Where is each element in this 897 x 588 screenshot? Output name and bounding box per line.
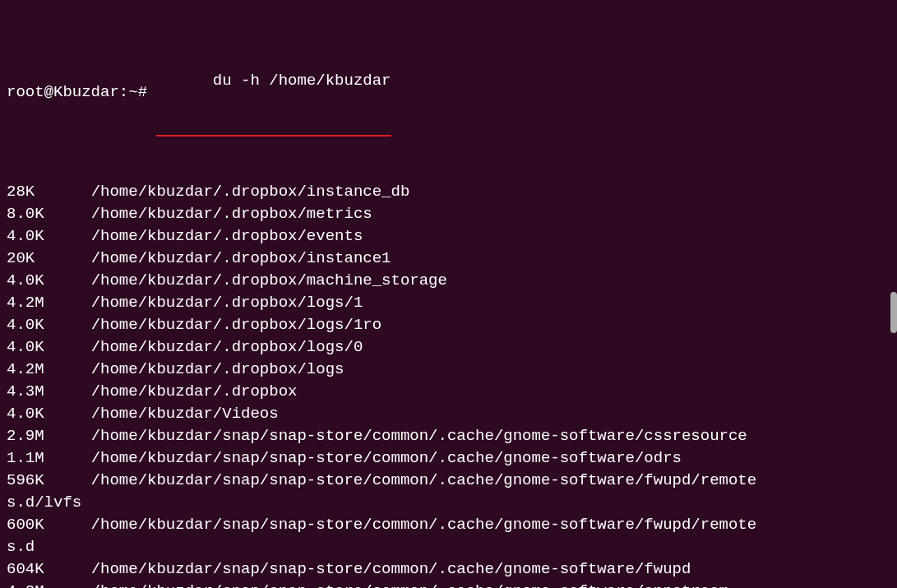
path-value: /home/kbuzdar/.dropbox/machine_storage bbox=[91, 270, 447, 292]
path-value: /home/kbuzdar/.dropbox/instance_db bbox=[91, 181, 410, 203]
output-row: 4.0K /home/kbuzdar/.dropbox/machine_stor… bbox=[7, 270, 890, 292]
scrollbar-thumb[interactable] bbox=[890, 292, 897, 333]
prompt-line: root@Kbuzdar:~# du -h /home/kbuzdar bbox=[7, 48, 890, 137]
output-row: 20K /home/kbuzdar/.dropbox/instance1 bbox=[7, 248, 890, 270]
size-value: 2.9M bbox=[7, 425, 91, 447]
path-value: /home/kbuzdar/snap/snap-store/common/.ca… bbox=[91, 425, 747, 447]
command-wrap: du -h /home/kbuzdar bbox=[156, 48, 391, 137]
output-row: 1.1M /home/kbuzdar/snap/snap-store/commo… bbox=[7, 447, 890, 470]
path-value: /home/kbuzdar/snap/snap-store/common/.ca… bbox=[91, 581, 728, 588]
output-row: 596K /home/kbuzdar/snap/snap-store/commo… bbox=[7, 470, 890, 514]
command-underline bbox=[156, 135, 391, 137]
size-value: 4.2M bbox=[7, 292, 91, 314]
output-row: 4.2M /home/kbuzdar/.dropbox/logs bbox=[7, 359, 890, 381]
output-row: 4.0K /home/kbuzdar/.dropbox/events bbox=[7, 225, 890, 248]
output-row: 4.0K /home/kbuzdar/.dropbox/logs/1ro bbox=[7, 314, 890, 336]
path-value: /home/kbuzdar/.dropbox/logs/0 bbox=[91, 336, 363, 359]
output-row: 28K /home/kbuzdar/.dropbox/instance_db bbox=[7, 181, 890, 203]
size-value: 8.0K bbox=[7, 203, 91, 225]
output-row: 4.2M /home/kbuzdar/snap/snap-store/commo… bbox=[7, 581, 890, 588]
size-value: 4.0K bbox=[7, 270, 91, 292]
output-row: 4.0K /home/kbuzdar/.dropbox/logs/0 bbox=[7, 336, 890, 359]
path-value: /home/kbuzdar/snap/snap-store/common/.ca… bbox=[91, 447, 682, 470]
path-value: /home/kbuzdar/Videos bbox=[91, 403, 279, 425]
output-row-line2: s.d bbox=[7, 536, 890, 558]
size-value: 4.2M bbox=[7, 581, 91, 588]
output-row: 600K /home/kbuzdar/snap/snap-store/commo… bbox=[7, 514, 890, 558]
output-row: 2.9M /home/kbuzdar/snap/snap-store/commo… bbox=[7, 425, 890, 447]
path-value: /home/kbuzdar/.dropbox/logs bbox=[91, 359, 344, 381]
output-row: 8.0K /home/kbuzdar/.dropbox/metrics bbox=[7, 203, 890, 225]
path-value: /home/kbuzdar/.dropbox bbox=[91, 381, 298, 403]
command-text: du -h /home/kbuzdar bbox=[213, 72, 391, 90]
path-value: /home/kbuzdar/.dropbox/instance1 bbox=[91, 248, 391, 270]
size-value: 28K bbox=[7, 181, 91, 203]
output-row: 4.0K /home/kbuzdar/Videos bbox=[7, 403, 890, 425]
output-row: 604K /home/kbuzdar/snap/snap-store/commo… bbox=[7, 558, 890, 581]
size-value: 4.3M bbox=[7, 381, 91, 403]
output-row-line1: 596K /home/kbuzdar/snap/snap-store/commo… bbox=[7, 470, 890, 492]
output-row: 4.2M /home/kbuzdar/.dropbox/logs/1 bbox=[7, 292, 890, 314]
path-value: /home/kbuzdar/snap/snap-store/common/.ca… bbox=[91, 558, 691, 581]
path-value: /home/kbuzdar/.dropbox/metrics bbox=[91, 203, 372, 225]
size-value: 4.0K bbox=[7, 403, 91, 425]
size-value: 4.0K bbox=[7, 314, 91, 336]
size-value: 4.0K bbox=[7, 225, 91, 248]
size-value: 4.2M bbox=[7, 359, 91, 381]
size-value: 1.1M bbox=[7, 447, 91, 470]
output-row-line1: 600K /home/kbuzdar/snap/snap-store/commo… bbox=[7, 514, 890, 536]
path-value: /home/kbuzdar/.dropbox/logs/1 bbox=[91, 292, 363, 314]
output-row-line2: s.d/lvfs bbox=[7, 492, 890, 514]
output-row: 4.3M /home/kbuzdar/.dropbox bbox=[7, 381, 890, 403]
size-value: 4.0K bbox=[7, 336, 91, 359]
terminal-output: 28K /home/kbuzdar/.dropbox/instance_db8.… bbox=[7, 181, 890, 588]
path-value: /home/kbuzdar/.dropbox/events bbox=[91, 225, 363, 248]
size-value: 20K bbox=[7, 248, 91, 270]
path-value: /home/kbuzdar/.dropbox/logs/1ro bbox=[91, 314, 381, 336]
terminal[interactable]: root@Kbuzdar:~# du -h /home/kbuzdar 28K … bbox=[7, 3, 890, 588]
size-value: 604K bbox=[7, 558, 91, 581]
shell-prompt: root@Kbuzdar:~# bbox=[7, 81, 156, 104]
